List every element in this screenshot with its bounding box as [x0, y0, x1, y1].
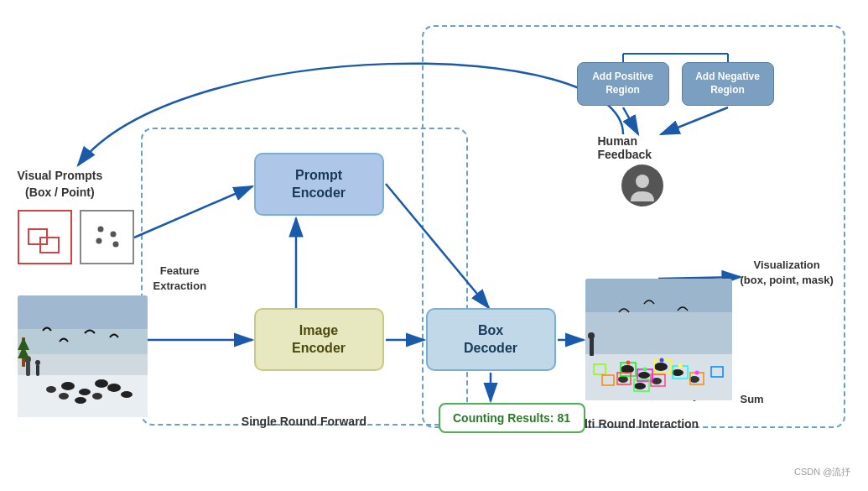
svg-point-36: [107, 384, 121, 392]
human-feedback-section: Human Feedback: [598, 134, 663, 206]
human-feedback-label: Human Feedback: [598, 134, 663, 161]
svg-point-48: [689, 376, 699, 383]
svg-point-38: [121, 391, 133, 398]
svg-point-20: [96, 238, 101, 244]
svg-point-34: [75, 397, 86, 404]
svg-point-37: [46, 386, 56, 393]
add-positive-button[interactable]: Add Positive Region: [577, 62, 669, 106]
svg-point-32: [95, 379, 108, 388]
dot-prompt-icon: [80, 210, 134, 264]
svg-point-64: [588, 332, 595, 339]
visual-prompts-label: Visual Prompts (Box / Point): [18, 168, 103, 201]
svg-point-47: [672, 369, 683, 376]
watermark: CSDN @流抒: [794, 466, 850, 478]
svg-point-33: [59, 393, 69, 400]
svg-point-31: [79, 389, 91, 395]
svg-point-68: [678, 364, 682, 368]
svg-point-65: [626, 361, 630, 365]
output-image: [585, 279, 732, 400]
svg-rect-43: [585, 354, 732, 400]
svg-point-66: [642, 368, 647, 372]
feature-extraction-label: Feature Extraction: [153, 264, 207, 294]
svg-point-30: [61, 382, 75, 390]
prompt-encoder-box: Prompt Encoder: [254, 153, 384, 216]
svg-point-18: [97, 227, 103, 232]
svg-point-35: [92, 393, 102, 400]
svg-point-51: [652, 378, 662, 384]
box-prompt-icon: [18, 210, 72, 264]
single-round-label: Single Round Forward: [242, 415, 366, 428]
svg-rect-63: [590, 337, 594, 356]
svg-point-40: [636, 175, 649, 188]
svg-point-45: [638, 372, 650, 379]
svg-point-50: [634, 383, 646, 389]
visualization-label: Visualization (box, point, mask): [741, 258, 834, 288]
sum-label: Sum: [741, 393, 764, 405]
box-decoder-box: Box Decoder: [426, 308, 556, 371]
svg-point-49: [618, 376, 628, 383]
input-image: [18, 295, 148, 417]
svg-point-69: [694, 371, 699, 375]
svg-point-21: [112, 242, 118, 248]
add-negative-button[interactable]: Add Negative Region: [682, 62, 774, 106]
human-avatar: [621, 165, 663, 206]
svg-rect-28: [36, 364, 39, 376]
svg-point-19: [110, 232, 116, 238]
svg-point-29: [35, 360, 40, 365]
image-encoder-box: Image Encoder: [254, 308, 384, 371]
counting-results-box: Counting Results: 81: [439, 403, 585, 433]
svg-point-67: [659, 358, 663, 363]
svg-rect-26: [26, 361, 30, 376]
svg-point-46: [654, 363, 668, 371]
multi-round-label: Multi Round Interaction: [568, 417, 699, 431]
diagram-container: Single Round Forward Multi Round Interac…: [11, 10, 858, 480]
